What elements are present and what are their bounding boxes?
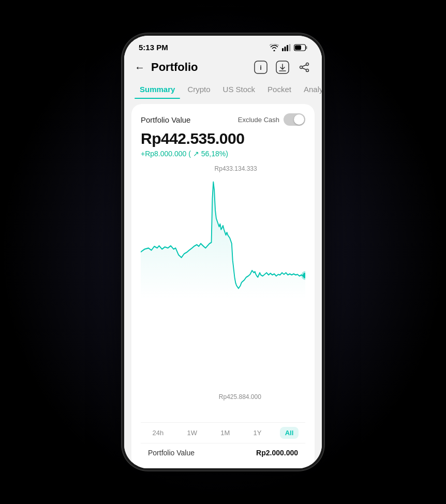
tab-summary[interactable]: Summary (135, 81, 180, 98)
header-left: ← Portfolio (135, 61, 198, 74)
battery-icon (294, 44, 307, 51)
bottom-value: Rp2.000.000 (256, 449, 298, 457)
portfolio-card: Portfolio Value Exclude Cash Rp442.535.0… (131, 104, 315, 468)
share-button[interactable] (297, 60, 311, 75)
status-icons (270, 44, 307, 51)
tab-crypto[interactable]: Crypto (182, 81, 215, 98)
svg-line-13 (303, 65, 306, 67)
svg-rect-3 (289, 44, 291, 51)
info-icon: i (254, 61, 267, 74)
portfolio-chart (141, 165, 305, 300)
svg-point-10 (306, 63, 309, 66)
svg-rect-5 (306, 46, 307, 49)
header: ← Portfolio i (124, 55, 322, 79)
chart-label-top: Rp433.134.333 (215, 165, 257, 172)
svg-line-14 (303, 68, 306, 70)
exclude-cash-toggle[interactable] (284, 113, 305, 126)
phone-screen: 5:13 PM (124, 36, 322, 468)
tab-pocket[interactable]: Pocket (262, 81, 296, 98)
svg-point-12 (306, 69, 309, 72)
svg-rect-2 (287, 45, 288, 51)
time-range-bar: 24h 1W 1M 1Y All (141, 422, 305, 441)
svg-rect-6 (295, 45, 301, 50)
header-title: Portfolio (151, 61, 198, 74)
header-actions: i (254, 60, 311, 75)
range-all[interactable]: All (280, 427, 299, 439)
tab-bar: Summary Crypto US Stock Pocket Analysis (124, 79, 322, 98)
download-icon (276, 61, 289, 74)
portfolio-value: Rp442.535.000 (141, 130, 305, 147)
info-button[interactable]: i (254, 60, 268, 75)
chart-label-bottom: Rp425.884.000 (219, 393, 261, 401)
phone-frame: 5:13 PM (122, 34, 324, 470)
download-button[interactable] (275, 60, 290, 75)
status-time: 5:13 PM (139, 43, 168, 52)
range-1w[interactable]: 1W (182, 427, 203, 439)
svg-text:i: i (260, 64, 262, 71)
range-1m[interactable]: 1M (215, 427, 235, 439)
svg-rect-0 (282, 48, 284, 51)
exclude-cash-toggle-row: Exclude Cash (238, 113, 305, 126)
status-bar: 5:13 PM (124, 36, 322, 55)
app-content: ← Portfolio i (124, 55, 322, 468)
svg-point-11 (300, 66, 303, 69)
scene: 5:13 PM (0, 0, 446, 504)
signal-icon (282, 44, 291, 51)
portfolio-change: +Rp8.000.000 ( ↗ 56,18%) (141, 150, 305, 158)
tab-usstock[interactable]: US Stock (218, 81, 261, 98)
card-title: Portfolio Value (141, 115, 190, 124)
bottom-row: Portfolio Value Rp2.000.000 (141, 443, 305, 461)
back-button[interactable]: ← (135, 62, 145, 73)
range-1y[interactable]: 1Y (248, 427, 267, 439)
card-header: Portfolio Value Exclude Cash (141, 113, 305, 126)
chart-container: Rp433.134.333 (141, 165, 305, 421)
wifi-icon (270, 44, 279, 51)
share-icon (298, 61, 311, 74)
bottom-label: Portfolio Value (148, 449, 195, 457)
svg-rect-1 (285, 47, 286, 51)
tab-analysis[interactable]: Analysis (299, 81, 322, 98)
range-24h[interactable]: 24h (147, 427, 169, 439)
toggle-label: Exclude Cash (238, 116, 279, 124)
